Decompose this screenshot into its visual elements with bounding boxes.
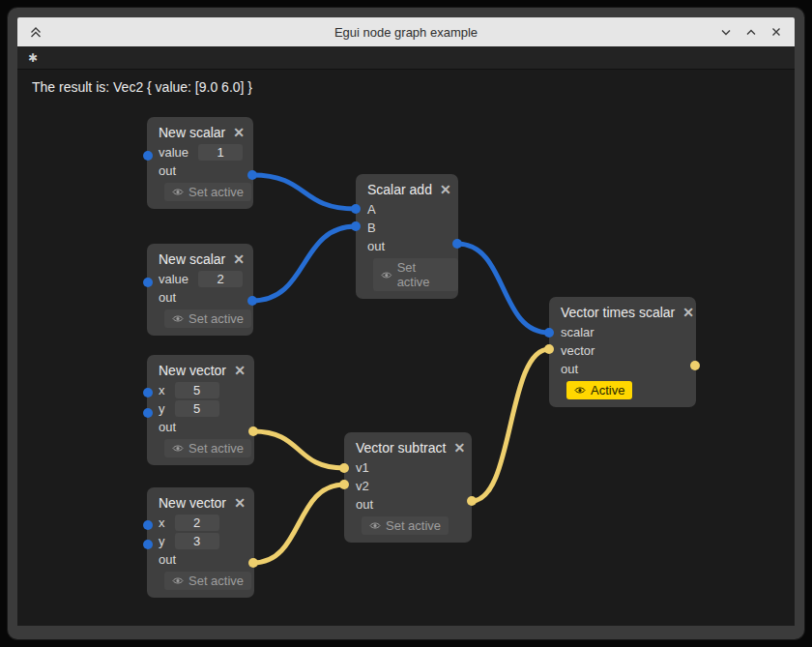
- node-vector-subtract[interactable]: Vector subtract✕v1v2outSet active: [344, 432, 472, 543]
- row-label: x: [159, 515, 165, 530]
- row-label: out: [159, 163, 176, 178]
- port-scalar[interactable]: [143, 278, 153, 287]
- node-vector-times-scalar[interactable]: Vector times scalar✕scalarvectoroutActiv…: [549, 297, 696, 407]
- eye-icon: [172, 444, 184, 453]
- port-vec2[interactable]: [690, 361, 700, 370]
- node-close-button[interactable]: ✕: [446, 441, 465, 455]
- node-row-y: y3: [147, 532, 254, 550]
- value-drag-field[interactable]: 2: [198, 271, 243, 287]
- node-titlebar[interactable]: Scalar add✕: [356, 174, 458, 200]
- row-label: B: [367, 221, 376, 235]
- row-label: y: [159, 401, 165, 416]
- port-scalar[interactable]: [544, 328, 554, 338]
- close-icon: [768, 23, 785, 41]
- set-active-button[interactable]: Set active: [164, 309, 251, 328]
- row-label: out: [561, 362, 578, 376]
- row-label: x: [159, 383, 165, 397]
- node-new-vector-1[interactable]: New vector✕x5y5outSet active: [147, 355, 254, 465]
- port-scalar[interactable]: [143, 540, 153, 549]
- set-active-button[interactable]: Set active: [373, 258, 458, 291]
- value-drag-field[interactable]: 5: [175, 400, 219, 417]
- connection-wire-vec2: [253, 485, 344, 563]
- node-row-out: out: [147, 288, 253, 307]
- button-label: Set active: [188, 311, 244, 326]
- value-drag-field[interactable]: 5: [175, 382, 219, 398]
- eye-icon: [574, 386, 586, 395]
- port-scalar[interactable]: [143, 388, 153, 397]
- node-close-button[interactable]: ✕: [675, 306, 694, 319]
- node-titlebar[interactable]: New scalar✕: [147, 117, 253, 143]
- node-new-scalar-1[interactable]: New scalar✕value1outSet active: [147, 117, 253, 209]
- chevron-down-icon: [717, 23, 735, 41]
- node-title: New scalar: [159, 125, 225, 140]
- node-close-button[interactable]: ✕: [225, 126, 245, 139]
- port-vec2[interactable]: [339, 480, 349, 489]
- node-title: New scalar: [159, 251, 225, 267]
- port-scalar[interactable]: [452, 239, 462, 249]
- node-titlebar[interactable]: New vector✕: [147, 355, 254, 381]
- button-label: Set active: [188, 185, 244, 199]
- row-label: y: [159, 534, 165, 548]
- node-close-button[interactable]: ✕: [225, 252, 245, 266]
- port-scalar[interactable]: [247, 170, 257, 180]
- port-vec2[interactable]: [339, 463, 349, 473]
- node-row-out: out: [147, 418, 254, 436]
- node-close-button[interactable]: ✕: [226, 496, 246, 510]
- row-label: v2: [356, 479, 369, 493]
- node-titlebar[interactable]: Vector subtract✕: [344, 432, 472, 458]
- node-row-out: out: [356, 237, 458, 255]
- node-title: Vector times scalar: [561, 305, 675, 320]
- node-row-out: out: [147, 162, 253, 180]
- node-titlebar[interactable]: Vector times scalar✕: [549, 297, 696, 323]
- row-label: vector: [561, 343, 594, 358]
- node-close-button[interactable]: ✕: [432, 183, 451, 196]
- node-row-value: value1: [147, 143, 253, 162]
- port-vec2[interactable]: [544, 344, 554, 354]
- set-active-button[interactable]: Set active: [164, 183, 251, 201]
- set-active-button[interactable]: Set active: [164, 572, 251, 590]
- double-chevron-up-icon: [27, 23, 44, 41]
- eye-icon: [369, 521, 381, 530]
- active-button[interactable]: Active: [566, 381, 632, 399]
- row-label: out: [159, 290, 176, 305]
- row-label: out: [367, 239, 385, 253]
- set-active-button[interactable]: Set active: [362, 516, 449, 535]
- port-scalar[interactable]: [143, 520, 153, 530]
- connection-wire-vec2: [472, 349, 549, 501]
- port-vec2[interactable]: [248, 558, 258, 568]
- port-scalar[interactable]: [247, 296, 257, 306]
- node-row-v1: v1: [344, 458, 472, 477]
- row-label: out: [159, 552, 176, 567]
- port-vec2[interactable]: [248, 426, 258, 436]
- node-titlebar[interactable]: New scalar✕: [147, 244, 253, 270]
- node-new-vector-2[interactable]: New vector✕x2y3outSet active: [147, 487, 254, 598]
- node-close-button[interactable]: ✕: [226, 364, 246, 377]
- port-scalar[interactable]: [143, 151, 153, 161]
- close-window-button[interactable]: [766, 21, 787, 43]
- value-drag-field[interactable]: 1: [198, 144, 243, 161]
- set-active-button[interactable]: Set active: [164, 439, 251, 457]
- node-scalar-add[interactable]: Scalar add✕ABoutSet active: [356, 174, 458, 299]
- port-scalar[interactable]: [351, 204, 361, 214]
- shade-window-button[interactable]: [25, 21, 46, 43]
- value-drag-field[interactable]: 2: [175, 515, 219, 531]
- port-vec2[interactable]: [467, 496, 477, 506]
- node-row-out: out: [549, 360, 696, 378]
- port-scalar[interactable]: [143, 408, 153, 418]
- node-graph-canvas[interactable]: New scalar✕value1outSet activeNew scalar…: [0, 0, 812, 647]
- maximize-button[interactable]: [740, 21, 762, 43]
- button-label: Set active: [386, 518, 441, 533]
- row-label: value: [159, 145, 188, 160]
- minimize-button[interactable]: [715, 21, 737, 43]
- node-row-x: x2: [147, 514, 254, 532]
- button-label: Set active: [188, 573, 244, 588]
- node-new-scalar-2[interactable]: New scalar✕value2outSet active: [147, 244, 253, 336]
- value-drag-field[interactable]: 3: [175, 533, 219, 549]
- port-scalar[interactable]: [351, 221, 361, 231]
- button-label: Set active: [397, 260, 450, 289]
- button-label: Active: [591, 383, 624, 397]
- row-label: value: [159, 272, 188, 286]
- node-titlebar[interactable]: New vector✕: [147, 487, 254, 514]
- node-title: Vector subtract: [356, 440, 446, 456]
- row-label: scalar: [561, 325, 594, 339]
